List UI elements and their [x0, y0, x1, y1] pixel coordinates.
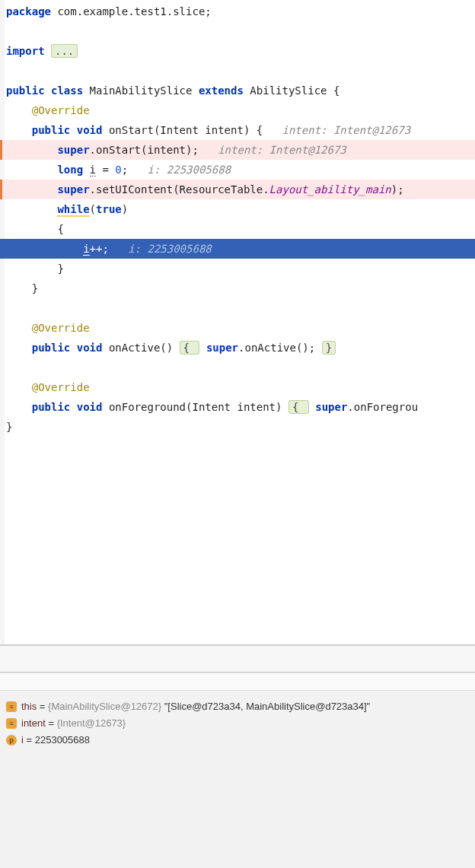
code-line[interactable]: }	[0, 259, 475, 278]
code-line[interactable]: long i = 0; i: 2253005688	[0, 160, 475, 180]
code-line[interactable]: }	[0, 278, 475, 298]
code-line[interactable]: import ...	[0, 41, 475, 61]
code-line[interactable]: public void onForeground(Intent intent) …	[0, 397, 475, 417]
code-line[interactable]: {	[0, 219, 475, 239]
code-line[interactable]: @Override	[0, 318, 475, 338]
code-line[interactable]	[0, 61, 475, 81]
code-line[interactable]: @Override	[0, 100, 475, 120]
inline-hint: intent: Intent@12673	[218, 144, 346, 156]
object-icon: ≡	[6, 718, 17, 729]
code-line[interactable]: }	[0, 417, 475, 437]
inline-hint: intent: Intent@12673	[282, 124, 410, 136]
code-line[interactable]: super.setUIContent(ResourceTable.Layout_…	[0, 180, 475, 199]
breakpoint-stripe	[0, 180, 2, 199]
variable-row[interactable]: ≡ this = {MainAbilitySlice@12672} "[Slic…	[6, 698, 469, 715]
variable-row[interactable]: ≡ intent = {Intent@12673}	[6, 715, 469, 732]
code-line[interactable]	[0, 358, 475, 377]
code-line[interactable]: public void onActive() { super.onActive(…	[0, 338, 475, 358]
code-editor[interactable]: package com.example.test1.slice; import …	[0, 0, 475, 644]
breakpoint-stripe	[0, 140, 2, 160]
fold-region[interactable]: ...	[51, 44, 78, 58]
breadcrumb-bar[interactable]	[0, 672, 475, 691]
execution-point-stripe	[0, 239, 5, 259]
variable-row[interactable]: p i = 2253005688	[6, 732, 469, 749]
panel-gap	[0, 645, 475, 672]
primitive-icon: p	[6, 735, 17, 746]
execution-line[interactable]: i++; i: 2253005688	[0, 239, 475, 259]
code-line[interactable]: public class MainAbilitySlice extends Ab…	[0, 81, 475, 100]
fold-brace[interactable]: {	[180, 341, 200, 355]
code-line[interactable]: super.onStart(intent); intent: Intent@12…	[0, 140, 475, 160]
code-line[interactable]	[0, 21, 475, 41]
code-line[interactable]: while(true)	[0, 199, 475, 219]
code-line[interactable]	[0, 298, 475, 318]
fold-brace[interactable]: {	[289, 400, 309, 414]
code-line[interactable]: @Override	[0, 377, 475, 397]
inline-hint: i: 2253005688	[128, 243, 212, 255]
variables-panel[interactable]: ≡ this = {MainAbilitySlice@12672} "[Slic…	[0, 691, 475, 868]
inline-hint: i: 2253005688	[148, 164, 231, 176]
fold-brace[interactable]: }	[322, 341, 336, 355]
code-line[interactable]: public void onStart(Intent intent) { int…	[0, 120, 475, 140]
code-line[interactable]: package com.example.test1.slice;	[0, 2, 475, 21]
object-icon: ≡	[6, 701, 17, 712]
